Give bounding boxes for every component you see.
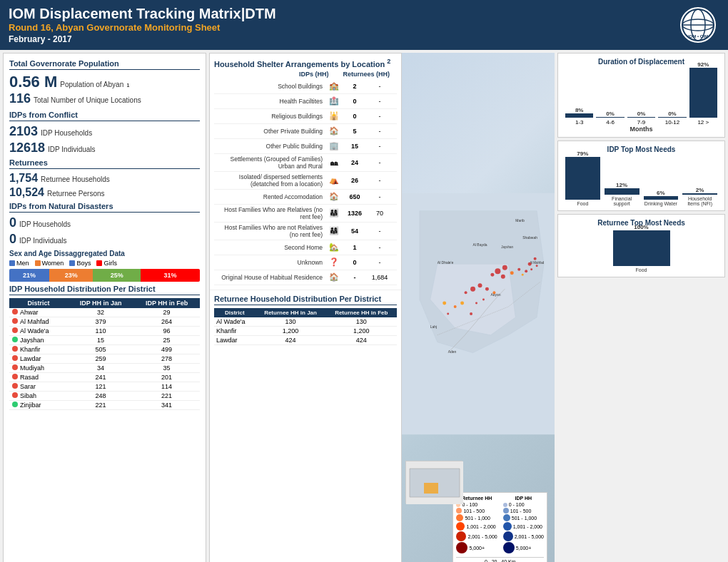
subtitle: Round 16, Abyan Governorate Monitoring S… <box>9 22 276 33</box>
boys-dot <box>69 260 75 266</box>
shelter-label: Host Families Who are Relatives (no rent… <box>217 206 327 220</box>
svg-point-25 <box>530 268 532 270</box>
ret-jan: 424 <box>256 335 326 344</box>
ret-jan: 1,200 <box>256 326 326 335</box>
shelter-section: Household Shelter Arrangements by Locati… <box>210 53 401 290</box>
legend-1001-2000-idp: 1,001 - 2,000 <box>503 522 544 531</box>
svg-text:Al Mahfad: Al Mahfad <box>530 261 545 265</box>
shelter-label: Other Public Building <box>217 143 327 150</box>
district-feb: 29 <box>133 308 200 317</box>
duration-bar-wrap: 92% 12 > <box>689 61 717 126</box>
shelter-row: Settlements (Grouped of Families) Urban … <box>214 154 397 172</box>
shelter-ret-val: - <box>365 128 394 135</box>
dur-range: 12 > <box>697 119 709 126</box>
need-bar <box>565 157 600 200</box>
shelter-idp-val: 0 <box>344 259 365 266</box>
shelter-label: Unknown <box>217 259 327 266</box>
district-name: Rasad <box>9 373 68 382</box>
legend-501-1000-idp: 501 - 1,000 <box>503 514 544 521</box>
idp-nat-hh: 0 <box>9 215 16 230</box>
svg-point-38 <box>482 299 485 301</box>
idp-nat-hh-row: 0 IDP Households <box>9 215 200 230</box>
legend-0-100-idp: 0 - 100 <box>503 502 544 507</box>
district-feb: 114 <box>133 382 200 392</box>
dur-pct: 0% <box>606 111 615 117</box>
legend-returnee-hh: Returnee HH 0 - 100 101 - 500 501 - 1,00… <box>456 496 497 554</box>
need-pct: 2% <box>696 187 704 193</box>
district-jan: 379 <box>68 317 133 327</box>
shelter-row: Religious Buildings 🕌 0 - <box>214 109 397 124</box>
idp-individuals-label: IDP Individuals <box>48 145 96 153</box>
legend-2001-5000-ret: 2,001 - 5,000 <box>456 531 497 541</box>
returnee-persons: 10,524 <box>9 186 44 199</box>
svg-rect-40 <box>424 483 438 494</box>
ret-feb: 424 <box>326 335 398 344</box>
district-name: Al Mahfad <box>9 317 68 327</box>
ret-need-label: Food <box>636 267 647 272</box>
table-row: Zinjibar 221 341 <box>9 401 200 410</box>
table-row: Al Wade'a 130 130 <box>214 317 397 327</box>
col-district: District <box>9 298 68 308</box>
shelter-ret-val: - <box>365 193 394 200</box>
population-label: Population of Abyan <box>60 81 123 88</box>
dur-bar <box>596 117 624 118</box>
shelter-idp-val: 1326 <box>344 210 365 217</box>
shelter-ret-val: - <box>365 98 394 105</box>
district-name: Ahwar <box>9 308 68 317</box>
shelter-ret-val: - <box>365 159 394 166</box>
idp-need-bar-wrap: 2% Household Items (NFI) <box>682 187 717 206</box>
district-jan: 110 <box>68 327 133 336</box>
table-row: Sibah 248 221 <box>9 392 200 401</box>
svg-point-20 <box>517 268 520 271</box>
svg-point-34 <box>443 302 446 305</box>
idp-hh-row: 2103 IDP Households <box>9 124 200 139</box>
district-table: District IDP HH in Jan IDP HH in Feb Ahw… <box>9 298 200 410</box>
district-title: IDP Household Distribution Per District <box>9 285 200 295</box>
col-idp-hh: IDPs (HH) <box>299 71 329 78</box>
idp-households-label: IDP Households <box>41 129 92 137</box>
district-feb: 201 <box>133 373 200 382</box>
shelter-row: Other Private Building 🏠 5 - <box>214 124 397 139</box>
svg-text:Al Dhale'e: Al Dhale'e <box>438 261 454 265</box>
district-name: Sarar <box>9 382 68 392</box>
duration-bar-wrap: 8% 1-3 <box>565 107 593 126</box>
svg-text:Lahj: Lahj <box>430 325 437 329</box>
svg-text:Al Bayda: Al Bayda <box>473 243 487 247</box>
col-feb: IDP HH in Feb <box>133 298 200 308</box>
left-panel: Total Governorate Population 0.56 M Popu… <box>3 53 206 562</box>
svg-point-27 <box>478 283 482 287</box>
locations-row: 116 Total Number of Unique Locations <box>9 91 200 106</box>
shelter-idp-val: 15 <box>344 143 365 150</box>
shelter-icon: 🏢 <box>327 140 341 152</box>
dur-pct: 8% <box>575 107 584 113</box>
shelter-label: Host Families Who are not Relatives (no … <box>217 224 327 238</box>
district-name: Mudiyah <box>9 364 68 373</box>
population-sup: 1 <box>126 82 129 88</box>
ret-district: Al Wade'a <box>214 317 256 327</box>
main-content: Total Governorate Population 0.56 M Popu… <box>0 50 728 562</box>
idp-ind-row: 12618 IDP Individuals <box>9 140 200 155</box>
svg-point-21 <box>525 270 527 272</box>
shelter-idp-val: 24 <box>344 159 365 166</box>
returnees-title: Returnees <box>9 158 200 169</box>
idp-needs-chart: IDP Top Most Needs 79% Food 12% Financia… <box>557 140 725 211</box>
shelter-label: Religious Buildings <box>217 113 327 120</box>
locations-number: 116 <box>9 91 31 106</box>
svg-point-29 <box>470 287 475 292</box>
shelter-label: Rented Accomodation <box>217 193 327 200</box>
inset-map <box>405 461 462 504</box>
shelter-idp-val: 54 <box>344 228 365 235</box>
ret-jan: 130 <box>256 317 326 327</box>
shelter-icon: 🏡 <box>327 242 341 253</box>
table-row: Khanfir 505 499 <box>9 345 200 354</box>
col-jan: IDP HH in Jan <box>68 298 133 308</box>
boys-bar: 25% <box>93 269 141 282</box>
dur-pct: 0% <box>637 111 646 117</box>
legend-2001-5000-idp: 2,001 - 5,000 <box>503 531 544 541</box>
idp-nat-ind: 0 <box>9 232 16 247</box>
idp-individuals: 12618 <box>9 140 45 155</box>
dur-pct: 92% <box>697 61 709 68</box>
svg-point-15 <box>495 268 500 274</box>
shelter-cols: IDPs (HH) Returnees (HH) <box>214 71 397 78</box>
shelter-label: Settlements (Grouped of Families) Urban … <box>217 155 327 170</box>
